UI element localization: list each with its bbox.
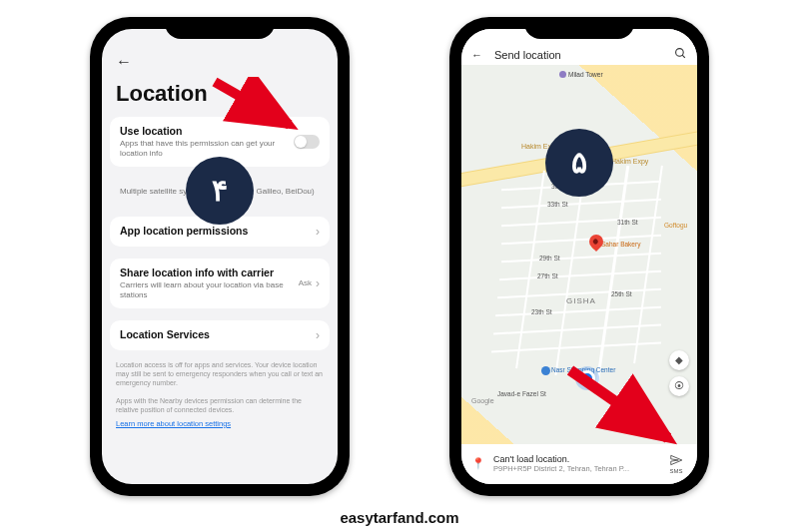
- location-services-title: Location Services: [120, 328, 210, 340]
- search-icon[interactable]: [674, 47, 687, 63]
- share-carrier-title: Share location info with carrier: [120, 266, 299, 278]
- svg-line-0: [215, 82, 290, 125]
- step-number: ۴: [212, 173, 228, 208]
- back-icon[interactable]: ←: [471, 49, 482, 61]
- google-attribution: Google: [471, 397, 494, 404]
- location-services-row[interactable]: Location Services ›: [110, 320, 330, 350]
- chevron-right-icon: ›: [316, 328, 320, 342]
- footer-text-1: Location access is off for apps and serv…: [102, 356, 338, 392]
- street-25: 25th St: [611, 290, 632, 297]
- svg-line-2: [682, 55, 685, 58]
- learn-more-link[interactable]: Learn more about location settings: [102, 419, 338, 428]
- district-label: GISHA: [566, 296, 596, 305]
- share-carrier-subtitle: Carriers will learn about your location …: [120, 280, 299, 300]
- phone-right: ← Send location Milad Tower Hakim Expy H…: [449, 17, 709, 496]
- street-23: 23th St: [531, 308, 552, 315]
- footer-text-2: Apps with the Nearby devices permission …: [102, 392, 338, 419]
- back-icon[interactable]: ←: [116, 53, 324, 71]
- step-badge-5: ۵: [545, 129, 613, 197]
- step-number: ۵: [571, 145, 587, 180]
- header-title: Send location: [494, 49, 561, 61]
- annotation-arrow: [564, 364, 694, 464]
- poi-goftogu: Goftogu: [664, 222, 687, 229]
- footer-address: P9PH+R5P District 2, Tehran, Tehran P...: [493, 464, 657, 473]
- watermark: easytarfand.com: [340, 509, 458, 526]
- location-pin-icon: 📍: [471, 457, 485, 470]
- phone-notch: [165, 17, 275, 39]
- street-27: 27th St: [537, 272, 558, 279]
- poi-icon: [541, 366, 550, 375]
- street-29: 29th St: [539, 255, 560, 262]
- street-33: 33th St: [547, 201, 568, 208]
- app-perms-title: App location permissions: [120, 225, 248, 237]
- chevron-right-icon: ›: [316, 225, 320, 239]
- street-javad: Javad-e Fazel St: [497, 390, 546, 397]
- share-carrier-row[interactable]: Share location info with carrier Carrier…: [110, 259, 330, 308]
- phone-left: ← Location Use location Apps that have t…: [90, 17, 350, 496]
- svg-point-1: [676, 48, 684, 56]
- tutorial-stage: ← Location Use location Apps that have t…: [0, 0, 799, 532]
- street-31: 31th St: [617, 219, 638, 226]
- svg-line-3: [570, 370, 668, 438]
- step-badge-4: ۴: [186, 157, 254, 225]
- annotation-arrow: [210, 77, 320, 147]
- send-label: SMS: [669, 468, 682, 474]
- chevron-right-icon: ›: [316, 276, 320, 290]
- phone-notch: [524, 17, 634, 39]
- share-carrier-value: Ask: [299, 278, 312, 287]
